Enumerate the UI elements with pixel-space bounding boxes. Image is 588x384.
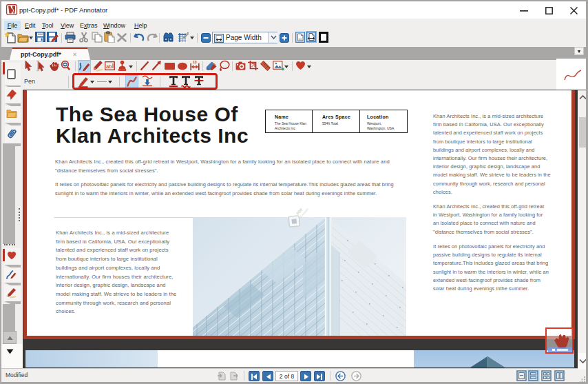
svg-text:13: 13: [193, 60, 197, 64]
svg-text:ab: ab: [106, 63, 112, 70]
